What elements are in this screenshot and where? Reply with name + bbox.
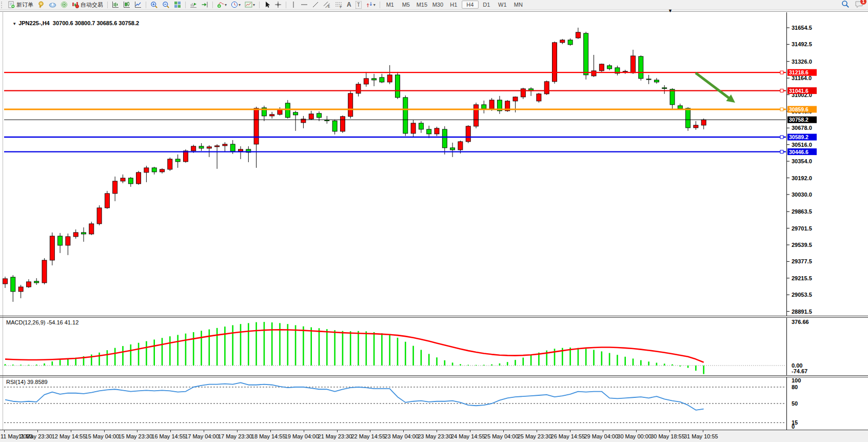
hline-31218.6[interactable]: 31218.6 (4, 69, 817, 76)
seal-button[interactable] (35, 0, 47, 9)
hline-price-label: 31218.6 (789, 69, 808, 75)
rsi-line (5, 382, 704, 410)
candle (144, 168, 149, 172)
auto-trading-button[interactable]: 自动交易 (70, 0, 105, 9)
candle (466, 126, 470, 142)
hline-endpoint[interactable] (780, 150, 783, 153)
bar-chart-button[interactable] (110, 0, 121, 9)
date-label: 30 May 00:00 (617, 433, 652, 439)
timeframe-mn[interactable]: MN (510, 1, 526, 8)
new-order-button[interactable]: 新订单 (6, 0, 35, 9)
rsi-axis-label: 80 (792, 384, 798, 390)
candle (670, 89, 675, 105)
crosshair-button[interactable] (272, 0, 284, 9)
panel-separator[interactable] (0, 316, 868, 316)
fibonacci-button[interactable]: F (333, 0, 345, 9)
timeframe-h1[interactable]: H1 (446, 1, 462, 8)
zoom-out-button[interactable] (160, 0, 172, 9)
price-tick-label: 29215.5 (792, 275, 812, 281)
text-button[interactable]: A (345, 0, 353, 9)
candle (317, 113, 322, 118)
symbol-name: JPN225-,H4 (18, 20, 50, 26)
open-value: 30700.6 (53, 20, 73, 26)
candle (513, 97, 518, 101)
toolbar-separator (185, 2, 186, 8)
symbol-ohlc-line[interactable]: ▼JPN225-,H4 30700.6 30800.7 30685.6 3075… (6, 14, 139, 32)
chat-button[interactable]: 1 (855, 1, 864, 9)
hline-endpoint[interactable] (780, 71, 783, 74)
date-axis[interactable]: 11 May 202311 May 23:3012 May 14:5515 Ma… (0, 430, 868, 442)
date-tick (703, 430, 703, 432)
hline-endpoint[interactable] (780, 136, 783, 139)
timeframe-d1[interactable]: D1 (479, 1, 495, 8)
candle (553, 43, 557, 82)
timeframe-w1[interactable]: W1 (495, 1, 510, 8)
text-label-button[interactable]: T (353, 0, 364, 9)
date-tick (570, 430, 570, 432)
hline-30446.6[interactable]: 30446.6 (4, 148, 817, 155)
timeframe-h4[interactable]: H4 (462, 1, 479, 9)
trend-arrow-shaft[interactable] (696, 73, 731, 100)
line-chart-button[interactable] (132, 0, 144, 9)
candle (623, 71, 627, 72)
candle (121, 178, 125, 181)
trend-arrow-annotation[interactable] (696, 73, 735, 103)
hline-30758.2[interactable]: 30758.2 (4, 117, 817, 123)
candle (254, 108, 259, 144)
chevron-down-icon: ▾ (239, 3, 241, 7)
date-tick (403, 430, 404, 432)
macd-panel[interactable]: 376.660.00-74.67 (0, 318, 868, 375)
hline-endpoint[interactable] (780, 108, 783, 111)
chart-shift-marker-icon[interactable]: ▼ (668, 8, 673, 13)
rsi-panel[interactable]: 1008050150 (0, 377, 868, 430)
auto-scroll-button[interactable] (188, 0, 199, 9)
zoom-in-button[interactable] (148, 0, 160, 9)
periodicity-button[interactable]: ▾ (229, 0, 243, 9)
signals-button[interactable] (58, 0, 70, 9)
vertical-line-button[interactable] (288, 0, 299, 9)
candle (435, 128, 439, 134)
candle (639, 56, 643, 79)
timeframe-m15[interactable]: M15 (414, 1, 430, 8)
candle (646, 79, 651, 80)
add-indicator-button[interactable]: ▾ (215, 0, 229, 9)
tile-windows-button[interactable] (172, 0, 183, 9)
candle (427, 129, 431, 134)
main-chart[interactable]: 31654.531492.531326.031164.031002.030840… (0, 12, 868, 316)
horizontal-line-button[interactable] (299, 0, 310, 9)
date-label: 29 May 04:00 (584, 433, 618, 439)
date-label: 30 May 18:55 (650, 433, 685, 439)
templates-button[interactable]: ▾ (243, 0, 257, 9)
candle (136, 172, 141, 184)
timeframe-m5[interactable]: M5 (398, 1, 414, 8)
candle (58, 236, 63, 245)
equidistant-channel-button[interactable]: E (321, 0, 333, 9)
one-click-trading-icon[interactable]: ▼ (12, 22, 16, 26)
date-label: 17 May 23:30 (218, 433, 252, 439)
hline-endpoint[interactable] (780, 89, 783, 92)
cursor-button[interactable] (262, 0, 272, 9)
candle (50, 236, 54, 260)
chart-shift-button[interactable] (199, 0, 210, 9)
community-button[interactable] (47, 0, 58, 9)
hline-30589.2[interactable]: 30589.2 (4, 134, 817, 141)
candle (380, 78, 384, 82)
toolbar-grip[interactable] (1, 2, 5, 8)
hline-30859.6[interactable]: 30859.6 (4, 106, 817, 112)
candle (168, 159, 172, 169)
timeframe-m30[interactable]: M30 (430, 1, 446, 8)
search-icon[interactable] (841, 0, 850, 9)
price-tick-label: 30192.0 (792, 175, 812, 181)
candle (325, 120, 329, 121)
trendline-button[interactable] (310, 0, 321, 9)
candlestick-chart-button[interactable] (121, 0, 132, 9)
date-label: 15 May 23:30 (118, 433, 152, 439)
date-tick (170, 430, 171, 432)
panel-separator[interactable] (0, 375, 868, 376)
date-label: 12 May 14:55 (52, 433, 86, 439)
timeframe-m1[interactable]: M1 (382, 1, 398, 8)
vertical-line-icon (290, 1, 297, 8)
arrows-button[interactable]: ▾ (364, 0, 378, 9)
candle (191, 146, 196, 151)
hline-31041.6[interactable]: 31041.6 (4, 87, 817, 94)
